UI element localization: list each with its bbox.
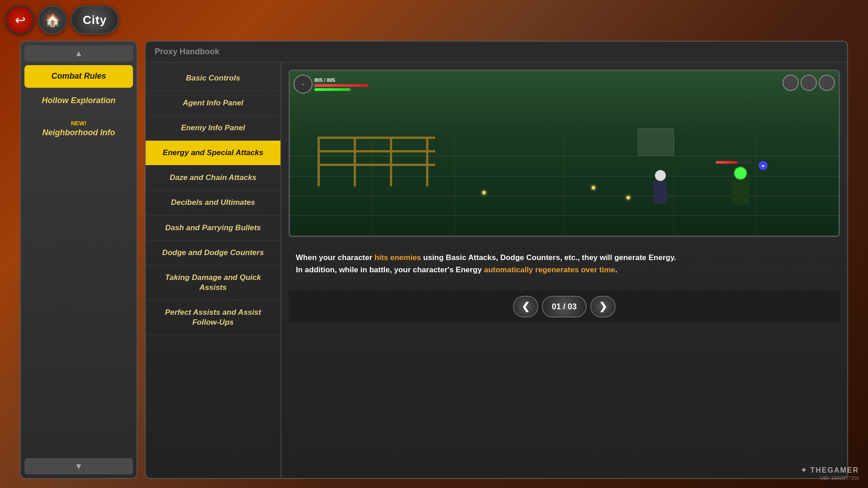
grid-line <box>756 137 757 236</box>
energy-dot <box>482 191 486 194</box>
chapter-list: Basic Controls Agent Info Panel Enemy In… <box>146 62 281 478</box>
description-text-4: . <box>615 265 617 274</box>
auto-regen-highlight: automatically regenerates over time <box>484 265 615 274</box>
grid-line <box>564 137 565 236</box>
top-bar: ↩ 🏠 City <box>5 5 119 34</box>
chapter-item-perfect-assists-follow-ups[interactable]: Perfect Assists and Assist Follow-Ups <box>146 300 280 335</box>
prev-icon: ❮ <box>522 301 530 313</box>
beam <box>318 137 320 186</box>
char-body <box>654 181 667 204</box>
hud-avatar: ● <box>294 75 313 94</box>
watermark-uid: UID: 1002037306 <box>820 475 859 481</box>
panel-header: Proxy Handbook <box>146 42 847 62</box>
game-screenshot: ● 805 / 805 <box>290 71 839 236</box>
game-wall <box>290 71 839 137</box>
beam <box>318 137 435 139</box>
scroll-down-icon: ▼ <box>75 462 83 471</box>
sidebar-scroll-down[interactable]: ▼ <box>24 458 133 474</box>
sidebar-item-combat-rules[interactable]: Combat Rules <box>24 65 133 88</box>
next-button[interactable]: ❯ <box>590 296 616 317</box>
char-head <box>655 170 666 181</box>
description-area: When your character hits enemies using B… <box>289 244 840 283</box>
prev-button[interactable]: ❮ <box>513 296 538 317</box>
panel-body: Basic Controls Agent Info Panel Enemy In… <box>146 62 847 478</box>
nav-controls: ❮ 01 / 03 ❯ <box>289 290 840 323</box>
chapter-item-agent-info-panel[interactable]: Agent Info Panel <box>146 91 280 116</box>
back-icon: ↩ <box>15 13 25 28</box>
sidebar-item-label: Combat Rules <box>51 71 106 81</box>
beam <box>318 150 435 152</box>
party-avatar-3 <box>819 75 835 91</box>
content-area: ● 805 / 805 <box>281 62 847 478</box>
chapter-item-enemy-info-panel[interactable]: Enemy Info Panel <box>146 116 280 141</box>
beam <box>390 137 392 186</box>
new-badge: NEW! <box>30 120 128 127</box>
sidebar-item-label: Neighborhood Info <box>43 128 115 137</box>
enemy-health-fill <box>716 161 737 164</box>
chapter-item-dash-parrying-bullets[interactable]: Dash and Parrying Bullets <box>146 216 280 241</box>
enemy-head <box>734 166 747 180</box>
main-container: ▲ Combat Rules Hollow Exploration NEW! N… <box>20 41 848 479</box>
description-text-3: In addition, while in battle, your chara… <box>296 265 484 274</box>
party-avatar-1 <box>783 75 799 91</box>
chapter-item-dodge-dodge-counters[interactable]: Dodge and Dodge Counters <box>146 241 280 265</box>
enemy-character: ● <box>725 166 756 203</box>
back-button[interactable]: ↩ <box>5 5 34 34</box>
main-character <box>647 170 674 211</box>
hud-hp-number: 805 / 805 <box>314 77 369 83</box>
chapter-item-taking-damage-quick-assists[interactable]: Taking Damage and Quick Assists <box>146 265 280 300</box>
sidebar-item-label: Hollow Exploration <box>42 96 115 105</box>
next-icon: ❯ <box>599 301 607 313</box>
page-indicator: 01 / 03 <box>542 296 587 317</box>
beam <box>354 137 356 186</box>
grid-line <box>674 137 674 236</box>
far-bg-structure <box>638 128 674 156</box>
chapter-item-basic-controls[interactable]: Basic Controls <box>146 66 280 91</box>
city-button[interactable]: City <box>71 5 119 34</box>
grid-line <box>455 137 455 236</box>
description-text-1: When your character <box>296 253 375 262</box>
chapter-item-energy-special-attacks[interactable]: Energy and Special Attacks <box>146 141 280 166</box>
home-button[interactable]: 🏠 <box>38 5 67 34</box>
description-text-2: using Basic Attacks, Dodge Counters, etc… <box>421 253 676 262</box>
screenshot-frame: ● 805 / 805 <box>289 70 840 237</box>
hits-enemies-highlight: hits enemies <box>375 253 421 262</box>
hud-bars: 805 / 805 <box>314 77 369 91</box>
home-icon: 🏠 <box>45 13 61 28</box>
page-display: 01 / 03 <box>552 302 577 312</box>
bg-structure <box>318 137 435 186</box>
panel-title: Proxy Handbook <box>155 47 219 56</box>
sidebar-scroll-up[interactable]: ▲ <box>24 45 133 62</box>
sidebar: ▲ Combat Rules Hollow Exploration NEW! N… <box>20 41 138 479</box>
sidebar-item-hollow-exploration[interactable]: Hollow Exploration <box>24 90 133 112</box>
enemy-body <box>731 180 749 205</box>
city-label: City <box>83 13 107 27</box>
party-avatar-2 <box>801 75 817 91</box>
hp-bar <box>314 84 369 87</box>
hud-party <box>783 75 835 91</box>
beam <box>318 164 435 166</box>
energy-dot <box>626 196 630 199</box>
scroll-up-icon: ▲ <box>75 49 83 58</box>
energy-bar <box>314 88 351 91</box>
watermark-logo: ✦ THEGAMER <box>801 466 859 474</box>
chapter-item-decibels-ultimates[interactable]: Decibels and Ultimates <box>146 190 280 215</box>
chapter-item-daze-chain-attacks[interactable]: Daze and Chain Attacks <box>146 166 280 190</box>
enemy-health-bar <box>716 161 752 164</box>
hud-top: ● 805 / 805 <box>294 75 369 94</box>
right-panel: Proxy Handbook Basic Controls Agent Info… <box>145 41 848 479</box>
watermark: ✦ THEGAMER UID: 1002037306 <box>801 466 859 481</box>
beam <box>426 137 428 186</box>
sidebar-item-neighborhood-info[interactable]: NEW! Neighborhood Info <box>24 114 133 144</box>
